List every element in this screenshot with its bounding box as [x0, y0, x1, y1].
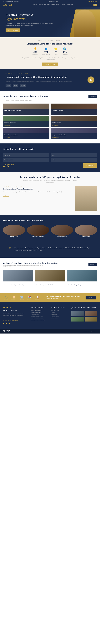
submit-btn[interactable]: GET IN TOUCH [83, 164, 97, 168]
blog-date-2: Oct 09, 2023 [68, 286, 96, 288]
card-link-consumer[interactable]: READ MORE → [52, 112, 59, 114]
lawyer-icon: ⚖️ [4, 296, 8, 299]
blog-post-title-0[interactable]: We are award winning experienced people [4, 284, 32, 286]
card-title-consumer: Consumer Protection [52, 110, 96, 111]
card-link-energy[interactable]: READ MORE → [4, 125, 11, 126]
expertise-link[interactable]: Read More → [3, 195, 9, 196]
nav-contact[interactable]: Contact [67, 4, 73, 6]
tab-practice[interactable]: Practice [20, 100, 24, 101]
nav-search-btn[interactable]: 🔍 [94, 4, 97, 6]
card-title-bankruptcy: Bankruptcy and Restructuring [4, 110, 48, 111]
nav-news[interactable]: News [62, 4, 65, 6]
expertise-content: Employment and Finance Employment and Fi… [3, 186, 97, 211]
card-link-bankruptcy[interactable]: READ MORE → [4, 112, 11, 114]
sys-label-3: LAW BOOK [27, 299, 32, 300]
blog-grid: LAWYER We are award winning experienced … [3, 270, 97, 289]
blog-post-title-1[interactable]: Massimiliano guides sale of Nelson branc… [36, 284, 64, 286]
avatar-kennedy [27, 225, 49, 236]
nav-pages[interactable]: Pages [56, 4, 60, 6]
team-section: Meet our Expert Lawyer & Attorney Board … [0, 215, 100, 242]
hero-body: Today, Privia is at the head of technica… [5, 22, 56, 26]
sys-icon-0: ⚖️ LAWYER [4, 296, 8, 300]
card-link-competition[interactable]: READ MORE → [4, 137, 11, 138]
email: hello@email.com [49, 0, 58, 2]
footer-practice-2[interactable]: Tax Consultancy [31, 314, 49, 315]
footer-practice-5[interactable]: Bankruptcy and Restructuring [31, 320, 49, 321]
award-cta[interactable]: FIND YOUR CASE [42, 62, 58, 66]
hero-text: Business Litigation & Appellate Work Tod… [5, 13, 56, 32]
footer-office-4[interactable]: South Australia [51, 318, 69, 319]
nav-about[interactable]: About [38, 4, 43, 6]
logo-text: PRIVIA [3, 4, 12, 6]
footer-office-2[interactable]: Queensland [51, 314, 69, 315]
blog-tag-0: LAWYER [4, 282, 32, 284]
experts-form [3, 153, 97, 162]
team-member-3: Nathan Henry Partner, Attorney [75, 225, 97, 238]
practice-more-btn[interactable]: SEE MORE [89, 95, 97, 98]
tab-all[interactable]: All [3, 100, 4, 101]
practice-card-tax: Tax Consultancy READ MORE → [50, 116, 97, 127]
name-input[interactable] [3, 153, 50, 157]
footer-practice-list: Energy & Renewables Consumer Protection … [31, 310, 49, 321]
card-overlay-consumer: Consumer Protection READ MORE → [50, 109, 97, 115]
phone-input[interactable] [3, 158, 50, 162]
team-member-2: David E. Demont Managing Partner [51, 225, 73, 238]
footer-logo: PRIVIA [3, 306, 29, 309]
tab-private[interactable]: Private Lawsuit [25, 100, 32, 101]
sys-label-2: THE LEGAL [19, 299, 24, 300]
blog-more-btn[interactable]: SEE MORE [89, 263, 97, 266]
card-title-competition: Competition and Antitrust [4, 134, 48, 136]
footer-practice-title: Practice Area [31, 306, 49, 308]
footer-office-3[interactable]: Western Australia [51, 316, 69, 317]
member-role-2: Managing Partner [51, 237, 73, 238]
footer-practice-1[interactable]: Consumer Protection [31, 312, 49, 313]
footer-practice-4[interactable]: Competition and Antitrust [31, 318, 49, 319]
email-input[interactable] [50, 153, 97, 157]
stat-awards: ⭐ 26 Awards [54, 47, 58, 55]
footer-practice-0[interactable]: Energy & Renewables [31, 310, 49, 311]
nav-practice[interactable]: Practice Areas [44, 4, 55, 6]
quote-body: We represent our clients' interests on t… [15, 247, 92, 252]
blog-post-title-2[interactable]: Local knowledge with global experience [68, 284, 96, 286]
rating-stars: ★★★★★ [3, 166, 14, 167]
card-title-litigation: Litigation and Arbitration [52, 134, 96, 136]
quote-mark: " [8, 247, 12, 254]
card-title-tax: Tax Consultancy [52, 122, 96, 123]
logo-almasri: Almasri [5, 84, 11, 87]
blog-img-0 [3, 270, 33, 282]
hero-cta[interactable]: FIND YOUR CASE [5, 28, 20, 32]
nav-home[interactable]: Home [33, 4, 37, 6]
tab-finance[interactable]: Finance [15, 100, 19, 101]
stat-cases: 🏆 409 Cases Won [33, 47, 38, 55]
blog-tag-1: LAW STATE [36, 282, 64, 284]
footer-grid: PRIVIA About Company We represent our cl… [3, 306, 97, 324]
play-button[interactable]: ▶ [88, 76, 95, 84]
column-image [75, 186, 97, 211]
card-link-tax[interactable]: READ MORE → [52, 125, 59, 126]
member-name-0: Kimball Lewis [3, 236, 25, 237]
sys-icon-1: 📜 LAW STATE [11, 296, 16, 300]
blog-body-0: LAWYER We are award winning experienced … [3, 282, 33, 289]
blog-date-1: Oct 09, 2023 [36, 286, 64, 288]
tab-account[interactable]: Account [5, 100, 9, 101]
systems-cta[interactable]: CONTACT [86, 296, 96, 300]
footer-office-0[interactable]: New South Wales [51, 310, 69, 311]
footer-office-1[interactable]: Victoria [51, 312, 69, 313]
footer-practice-3[interactable]: Litigation and Arbitration [31, 316, 49, 317]
card-link-litigation[interactable]: READ MORE → [52, 137, 59, 138]
tab-contra[interactable]: Contra [11, 100, 14, 101]
experts-section: Get in touch with our experts +1(234) 56… [0, 144, 100, 172]
team-member-0: Kimball Lewis Partner, Co-Founder [3, 225, 25, 238]
award-title: Employment Law Firm of the Year in Melbo… [3, 42, 97, 45]
quote-text: We represent our clients' interests on t… [15, 247, 92, 252]
member-role-0: Partner, Co-Founder [3, 237, 25, 238]
member-role-1: Senior Associate [27, 237, 49, 238]
top-bar: Richmond Baraka 40 NES 5th... hello@emai… [0, 0, 100, 2]
commercial-body: Today, Privia is at the head of technica… [5, 80, 83, 82]
hero-title: Business Litigation & Appellate Work [5, 13, 56, 21]
stat-clients: 👥 375 Happy Clients [42, 47, 50, 55]
practice-card-bankruptcy: Bankruptcy and Restructuring READ MORE → [3, 104, 50, 115]
subject-input[interactable] [50, 158, 97, 162]
stat-awards-num: 26 [54, 51, 58, 54]
sys-icon-2: 🏛️ THE LEGAL [19, 296, 24, 300]
